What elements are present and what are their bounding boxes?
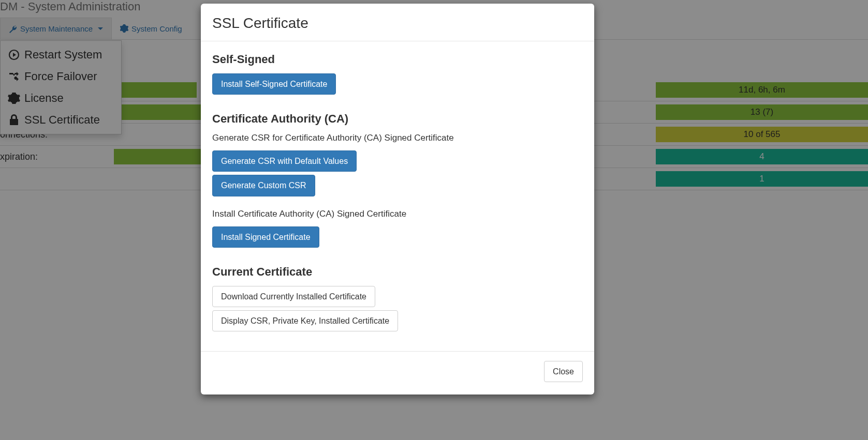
ca-generate-text: Generate CSR for Certificate Authority (…	[212, 133, 583, 143]
ca-section: Certificate Authority (CA) Generate CSR …	[212, 112, 583, 251]
generate-custom-csr-button[interactable]: Generate Custom CSR	[212, 175, 315, 196]
self-signed-section: Self-Signed Install Self-Signed Certific…	[212, 53, 583, 98]
modal-body: Self-Signed Install Self-Signed Certific…	[201, 41, 594, 351]
ca-install-text: Install Certificate Authority (CA) Signe…	[212, 209, 583, 219]
generate-csr-default-button[interactable]: Generate CSR with Default Values	[212, 150, 357, 172]
display-csr-button[interactable]: Display CSR, Private Key, Installed Cert…	[212, 310, 398, 331]
modal-title: SSL Certificate	[212, 15, 583, 32]
install-signed-button[interactable]: Install Signed Certificate	[212, 226, 319, 248]
download-current-button[interactable]: Download Currently Installed Certificate	[212, 286, 375, 307]
ca-heading: Certificate Authority (CA)	[212, 112, 583, 126]
current-cert-heading: Current Certificate	[212, 265, 583, 279]
ssl-certificate-modal: SSL Certificate Self-Signed Install Self…	[201, 4, 594, 395]
current-cert-section: Current Certificate Download Currently I…	[212, 265, 583, 335]
install-self-signed-button[interactable]: Install Self-Signed Certificate	[212, 73, 336, 95]
close-button[interactable]: Close	[544, 361, 583, 382]
modal-footer: Close	[201, 351, 594, 395]
modal-header: SSL Certificate	[201, 4, 594, 41]
self-signed-heading: Self-Signed	[212, 53, 583, 66]
